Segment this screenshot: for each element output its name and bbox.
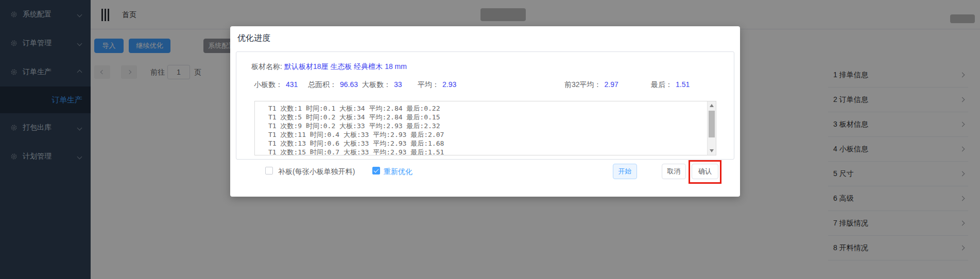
stat-total-area: 总面积：96.63 (308, 80, 358, 90)
optimization-progress-dialog: 优化进度 板材名称:默认板材18厘 生态板 经典檀木 18 mm 小板数：431… (230, 26, 740, 197)
optimization-log-textarea[interactable]: T1 次数:1 时间:0.1 大板:34 平均:2.84 最后:0.22 T1 … (254, 101, 716, 155)
board-name-value[interactable]: 默认板材18厘 生态板 经典檀木 18 mm (284, 62, 407, 71)
stat-average: 平均：2.93 (418, 80, 456, 90)
cancel-button[interactable]: 取消 (662, 164, 686, 179)
dialog-title: 优化进度 (237, 33, 270, 44)
log-line: T1 次数:9 时间:0.2 大板:33 平均:2.93 最后:2.32 (268, 121, 704, 130)
scroll-down-arrow-icon[interactable] (710, 149, 714, 152)
reoptimize-checkbox[interactable] (372, 167, 380, 175)
log-line: T1 次数:11 时间:0.4 大板:33 平均:2.93 最后:2.07 (268, 130, 704, 139)
log-scrollbar[interactable] (707, 101, 716, 155)
red-annotation-box (689, 160, 721, 184)
stat-small-board-count: 小板数：431 (254, 80, 298, 90)
log-line: T1 次数:5 时间:0.2 大板:34 平均:2.84 最后:0.15 (268, 113, 704, 121)
scrollbar-thumb[interactable] (709, 111, 715, 137)
patch-board-checkbox[interactable] (265, 167, 273, 175)
stat-first32-average: 前32平均：2.97 (564, 80, 618, 90)
app-root: 系统配置 订单管理 订单生产 订单生产 打包出库 计划管理 首页 (0, 0, 980, 279)
board-name-row: 板材名称:默认板材18厘 生态板 经典檀木 18 mm (251, 62, 407, 72)
board-name-label: 板材名称: (251, 62, 282, 71)
start-button[interactable]: 开始 (613, 164, 637, 179)
log-lines: T1 次数:1 时间:0.1 大板:34 平均:2.84 最后:0.22 T1 … (255, 101, 707, 155)
log-line: T1 次数:1 时间:0.1 大板:34 平均:2.84 最后:0.22 (268, 104, 704, 113)
log-line: T1 次数:13 时间:0.6 大板:33 平均:2.93 最后:1.68 (268, 139, 704, 148)
log-line: T1 次数:15 时间:0.7 大板:33 平均:2.93 最后:1.51 (268, 148, 704, 155)
stat-last: 最后：1.51 (651, 80, 690, 90)
reoptimize-checkbox-label[interactable]: 重新优化 (384, 167, 412, 177)
dialog-content-box: 板材名称:默认板材18厘 生态板 经典檀木 18 mm 小板数：431 总面积：… (236, 51, 734, 160)
patch-board-checkbox-label[interactable]: 补板(每张小板单独开料) (278, 167, 355, 177)
stat-large-board-count: 大板数：33 (362, 80, 402, 90)
scroll-up-arrow-icon[interactable] (710, 104, 714, 107)
